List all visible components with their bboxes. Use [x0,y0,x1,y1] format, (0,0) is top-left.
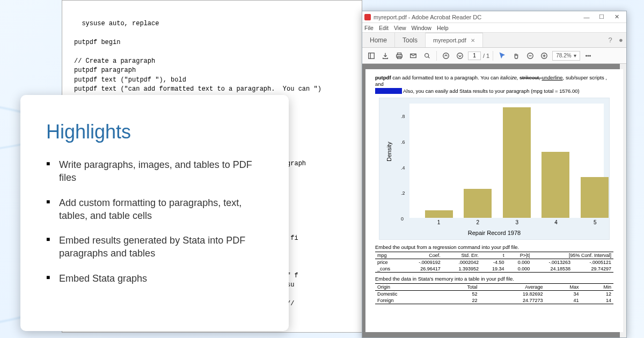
tab-home[interactable]: Home [362,33,395,47]
menu-edit[interactable]: Edit [379,25,389,31]
chart-bar [581,177,609,218]
close-icon[interactable]: ✕ [471,38,475,43]
close-button[interactable]: ✕ [609,12,624,22]
tab-tools[interactable]: Tools [395,33,426,47]
save-icon[interactable] [379,50,391,62]
tab-bar: Home Tools myreport.pdf ✕ ? ● [362,33,626,48]
memory-table-caption: Embed the data in Stata's memory into a … [375,276,613,282]
page-up-icon[interactable] [440,50,452,62]
tab-document[interactable]: myreport.pdf ✕ [426,33,483,47]
table-row: Foreign 22 24.77273 41 14 [375,297,613,304]
signin-icon[interactable]: ● [616,33,626,47]
zoom-out-icon[interactable] [524,50,536,62]
menu-help[interactable]: Help [437,25,449,31]
zoom-value: 78.2% [556,53,571,58]
table-row: price -.0009192 .0002042 -4.50 0.000 -.0… [375,259,613,266]
pdf-page-area: putpdf can add formatted text to a parag… [362,64,626,337]
menu-file[interactable]: File [364,25,374,31]
maximize-button[interactable]: ☐ [594,12,609,22]
list-item: Add custom formatting to paragraphs, tex… [46,196,263,223]
window-title: myreport.pdf - Adobe Acrobat Reader DC [374,14,579,20]
selection-tool-icon[interactable] [496,50,508,62]
svg-point-15 [586,55,587,56]
table-row: Domestic 52 19.82692 34 12 [375,291,613,298]
pdf-sheet: putpdf can add formatted text to a parag… [365,69,623,332]
minimize-button[interactable]: — [579,12,594,22]
more-tools-icon[interactable] [582,50,594,62]
highlights-title: Highlights [46,121,263,143]
underline-text: underline [542,75,563,80]
zoom-in-icon[interactable] [538,50,550,62]
chart-bar [541,152,569,218]
sidebar-toggle-icon[interactable] [365,50,377,62]
strikeout-text: strikeout, [519,75,541,80]
memory-table: Origin Total Average Max Min Domestic 52… [375,283,613,304]
svg-point-6 [425,53,429,57]
tab-doc-label: myreport.pdf [433,37,466,43]
italic-text: italicize, [500,75,519,80]
regression-table: mpg Coef. Std. Err. t P>|t| [95% Conf. I… [375,252,613,273]
svg-point-16 [588,55,589,56]
page-total: / 1 [483,53,489,59]
pdf-paragraph: putpdf can add formatted text to a parag… [375,75,613,94]
chevron-down-icon: ▾ [574,53,576,58]
chart-ylabel: Density [386,142,392,161]
print-icon[interactable] [393,50,405,62]
list-item: Write paragraphs, images, and tables to … [46,158,263,185]
toolbar: / 1 78.2% ▾ [362,48,626,64]
page-number-input[interactable] [468,52,481,60]
chart-plot-area [409,104,604,218]
zoom-select[interactable]: 78.2% ▾ [552,51,580,61]
density-bar-chart: Density 0 .2 .4 .6 .8 1 2 3 4 5 Repair R… [379,98,610,240]
svg-point-9 [457,53,463,58]
highlights-list: Write paragraphs, images, and tables to … [46,158,263,285]
menu-window[interactable]: Window [412,25,431,31]
svg-rect-0 [369,53,375,58]
chart-bar [503,107,531,218]
list-item: Embed results generated by Stata into PD… [46,234,263,260]
window-titlebar: myreport.pdf - Adobe Acrobat Reader DC —… [362,11,626,23]
help-icon[interactable]: ? [605,33,616,47]
bold-text: putpdf [375,75,391,80]
page-down-icon[interactable] [454,50,466,62]
pdf-viewer-window: myreport.pdf - Adobe Acrobat Reader DC —… [362,11,627,338]
search-icon[interactable] [421,50,433,62]
highlights-card: Highlights Write paragraphs, images, and… [20,95,289,331]
svg-rect-4 [398,56,401,58]
email-icon[interactable] [407,50,419,62]
chart-bar [425,210,453,218]
regression-caption: Embed the output from a regression comma… [375,244,613,250]
table-row: _cons 26.96417 1.393952 19.34 0.000 24.1… [375,266,613,273]
shaded-text: shade [375,88,402,94]
hand-tool-icon[interactable] [510,50,522,62]
list-item: Embed Stata graphs [46,272,263,285]
svg-point-8 [443,53,449,58]
chart-xlabel: Repair Record 1978 [379,230,609,236]
menu-view[interactable]: View [394,25,406,31]
svg-point-17 [589,55,590,56]
pdf-file-icon [364,14,371,20]
svg-line-7 [428,56,430,58]
menu-bar: File Edit View Window Help [362,23,626,33]
chart-bar [464,189,492,218]
